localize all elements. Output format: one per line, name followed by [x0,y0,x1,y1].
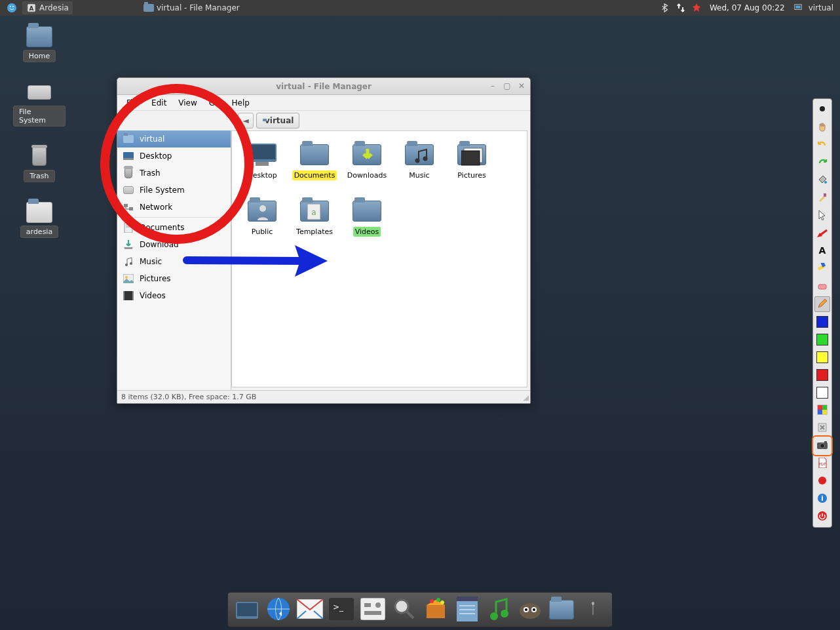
dock-settings[interactable] [359,596,387,623]
svg-point-84 [525,608,527,611]
nav-back-button[interactable]: ◄ [238,113,254,128]
sidebar-item-network[interactable]: Network [117,199,231,216]
dock-packages[interactable] [422,596,449,623]
dock-terminal[interactable]: >_ [328,596,355,623]
tool-fill[interactable] [814,172,830,188]
tool-eraser[interactable] [814,279,830,294]
menu-file[interactable]: File [121,97,145,109]
tool-undo[interactable] [814,137,830,153]
window-maximize-button[interactable]: ▢ [501,81,513,91]
applications-menu-button[interactable] [3,1,21,14]
sidebar-item-virtual[interactable]: virtual [117,130,231,148]
svg-point-79 [490,612,498,620]
svg-text:PDF: PDF [818,462,826,466]
sidebar-item-documents[interactable]: Documents [117,219,231,236]
path-breadcrumb[interactable]: virtual [256,113,299,128]
window-titlebar[interactable]: virtual - File Manager – ▢ ✕ [117,78,530,95]
tool-color-white[interactable] [814,385,830,401]
clear-icon [817,422,828,435]
svg-rect-64 [360,598,385,620]
bluetooth-icon[interactable] [660,3,670,13]
file-music[interactable]: Music [394,142,444,193]
dock-gimp[interactable] [516,596,544,623]
tool-highlighter[interactable] [814,261,830,277]
svg-point-66 [375,602,381,608]
sidebar-item-music[interactable]: Music [117,253,231,270]
file-public[interactable]: Public [237,198,287,249]
tool-redo[interactable] [814,155,830,170]
svg-text:A: A [29,5,34,12]
path-label: virtual [265,116,294,125]
resize-grip-icon[interactable]: ◢ [524,393,529,402]
dock-web-browser[interactable] [265,596,292,623]
record-icon [818,476,827,487]
file-label: Pictures [455,170,488,180]
tool-clear[interactable] [814,420,830,436]
tool-thickness[interactable] [814,102,830,117]
dock-search[interactable] [391,596,418,623]
file-documents[interactable]: Documents [290,142,339,193]
taskbar-ardesia[interactable]: A Ardesia [22,1,73,14]
tool-screenshot[interactable] [814,438,830,454]
desktop-icon-trash[interactable]: Trash [13,146,66,182]
window-close-button[interactable]: ✕ [516,81,527,91]
tool-color-blue[interactable] [814,314,830,330]
sidebar-item-download[interactable]: Download [117,236,231,253]
tool-info[interactable]: i [814,491,830,507]
dock-notes[interactable] [453,596,481,623]
dock-trash[interactable] [579,596,607,623]
svg-point-36 [824,181,827,184]
desktop-icon-label: Home [23,50,56,62]
sidebar-item-pictures[interactable]: Pictures [117,270,231,287]
tool-color-yellow[interactable] [814,349,830,365]
menu-view[interactable]: View [173,97,202,109]
svg-rect-7 [795,6,800,9]
file-desktop[interactable]: Desktop [237,142,287,193]
sidebar-item-label: Download [140,240,179,249]
sidebar-item-filesystem[interactable]: File System [117,182,231,199]
tool-pointer[interactable] [814,208,830,224]
tool-text[interactable]: A [814,243,830,259]
sidebar-item-desktop[interactable]: Desktop [117,148,231,165]
dock-file-manager[interactable] [233,596,261,623]
update-notifier-icon[interactable] [691,3,702,13]
sidebar-item-trash[interactable]: Trash [117,165,231,182]
tool-arrow[interactable] [814,226,830,241]
taskbar-filemanager[interactable]: virtual - File Manager [140,1,244,14]
tool-color-picker[interactable] [814,403,830,418]
screenshot-icon [816,441,828,452]
desktop-icon-filesystem[interactable]: File System [13,82,66,127]
tool-color-green[interactable] [814,332,830,347]
menu-edit[interactable]: Edit [146,97,172,109]
file-templates[interactable]: a Templates [290,198,339,249]
window-minimize-button[interactable]: – [487,81,499,91]
desktop-icon-label: File System [13,106,66,127]
panel-user[interactable]: virtual [809,3,833,12]
file-downloads[interactable]: Downloads [342,142,392,193]
dock-folder[interactable] [548,596,575,623]
svg-marker-5 [693,3,700,12]
dock-mail[interactable] [296,596,324,623]
file-label: Music [407,170,431,180]
svg-rect-75 [457,597,478,601]
menu-help[interactable]: Help [226,97,254,109]
tool-export-pdf[interactable]: PDF [814,456,830,471]
sidebar-item-videos[interactable]: Videos [117,287,231,304]
tool-hand[interactable] [814,119,830,135]
user-switch-icon[interactable] [793,3,803,13]
dock-media[interactable] [485,596,512,623]
svg-text:>_: >_ [333,602,344,612]
tool-color-red[interactable] [814,367,830,383]
tool-quit[interactable] [814,509,830,524]
network-icon[interactable] [676,3,686,13]
desktop-icon-ardesia[interactable]: ardesia [13,202,66,238]
tool-brush[interactable] [814,190,830,206]
tool-record[interactable] [814,473,830,489]
desktop-icon-label: Trash [24,170,54,182]
file-videos[interactable]: Videos [342,198,392,249]
file-pictures[interactable]: Pictures [447,142,497,193]
panel-clock[interactable]: Wed, 07 Aug 00:22 [710,3,785,12]
tool-pencil[interactable] [814,296,830,312]
menu-go[interactable]: Go [204,97,225,109]
desktop-icon-home[interactable]: Home [13,26,66,62]
